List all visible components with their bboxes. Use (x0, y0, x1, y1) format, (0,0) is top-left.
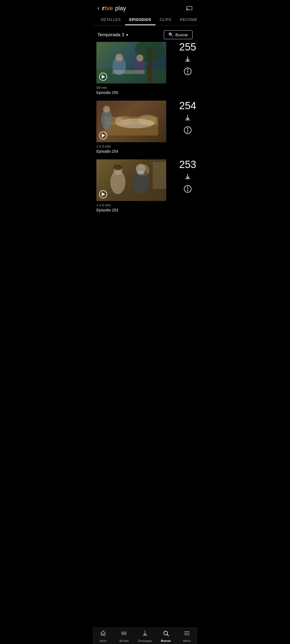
tab-detalles[interactable]: DETALLES (96, 15, 125, 25)
dots-icon (187, 128, 188, 133)
episode-meta: 1 h 0 min Episodio 253 (96, 201, 178, 212)
episode-thumbnail[interactable] (96, 159, 166, 201)
more-options-button[interactable] (184, 68, 191, 75)
header: ‹ rtve play (93, 0, 197, 15)
svg-point-6 (115, 54, 123, 61)
play-triangle-icon (102, 75, 105, 79)
svg-point-1 (186, 10, 187, 10)
chevron-down-icon: ▾ (126, 33, 128, 37)
dots-icon (187, 186, 188, 191)
search-label: Buscar (175, 32, 188, 37)
tab-recomendados[interactable]: RECOMENDAD... (176, 15, 197, 25)
download-icon[interactable] (184, 56, 191, 64)
episode-number: 253 (179, 159, 196, 170)
back-button[interactable]: ‹ (97, 5, 99, 12)
table-row: 1 h 0 min Episodio 253 253 (93, 159, 197, 218)
episode-thumbnail[interactable] (96, 42, 166, 83)
episode-actions: 254 (178, 101, 197, 134)
play-triangle-icon (102, 134, 105, 137)
table-row: 59 min Episodio 255 255 (93, 42, 197, 101)
episode-title: Episodio 255 (96, 90, 178, 95)
episode-title: Episodio 254 (96, 149, 178, 153)
svg-point-16 (115, 117, 124, 126)
logo-play: play (114, 5, 126, 12)
episode-duration: 59 min (96, 86, 178, 90)
download-icon[interactable] (184, 115, 191, 123)
dots-icon (187, 69, 188, 74)
logo: rtve play (102, 5, 126, 12)
download-icon[interactable] (184, 173, 191, 181)
svg-point-29 (137, 171, 144, 175)
episode-title: Episodio 253 (96, 208, 178, 212)
episode-meta: 59 min Episodio 255 (96, 83, 178, 95)
search-icon: 🔍 (168, 32, 174, 37)
cast-icon[interactable] (186, 4, 193, 12)
tab-episodios[interactable]: EPISODIOS (125, 15, 156, 25)
episode-duration: 1 h 0 min (96, 144, 178, 148)
episode-number: 254 (179, 101, 196, 111)
episode-duration: 1 h 0 min (96, 203, 178, 207)
episode-thumbnail[interactable] (96, 101, 166, 142)
season-search-row: Temporada 3 ▾ 🔍 Buscar (93, 25, 197, 42)
play-button[interactable] (99, 190, 107, 198)
episode-left: 59 min Episodio 255 (93, 42, 178, 95)
episode-left: 1 h 0 min Episodio 254 (93, 101, 178, 153)
svg-rect-0 (187, 6, 192, 10)
svg-point-18 (103, 106, 110, 113)
more-options-button[interactable] (184, 126, 191, 134)
svg-point-8 (136, 54, 143, 61)
episode-list: 59 min Episodio 255 255 (93, 42, 197, 240)
episode-actions: 255 (178, 42, 197, 75)
header-left: ‹ rtve play (97, 5, 126, 12)
table-row: 1 h 0 min Episodio 254 254 (93, 101, 197, 159)
tab-clips[interactable]: CLIPS (155, 15, 176, 25)
more-options-button[interactable] (184, 185, 191, 193)
search-button[interactable]: 🔍 Buscar (164, 30, 193, 39)
episode-left: 1 h 0 min Episodio 253 (93, 159, 178, 212)
tabs-bar: DETALLES EPISODIOS CLIPS RECOMENDAD... (93, 15, 197, 25)
logo-text: rtve (102, 5, 113, 12)
episode-actions: 253 (178, 159, 197, 193)
svg-point-26 (114, 165, 122, 170)
episode-meta: 1 h 0 min Episodio 254 (96, 142, 178, 153)
play-triangle-icon (102, 192, 105, 196)
season-selector[interactable]: Temporada 3 ▾ (97, 32, 128, 38)
svg-rect-23 (153, 162, 166, 189)
season-label: Temporada 3 (97, 32, 124, 38)
svg-rect-9 (113, 70, 145, 74)
play-button[interactable] (99, 73, 107, 81)
play-button[interactable] (99, 131, 107, 140)
episode-number: 255 (179, 42, 196, 52)
